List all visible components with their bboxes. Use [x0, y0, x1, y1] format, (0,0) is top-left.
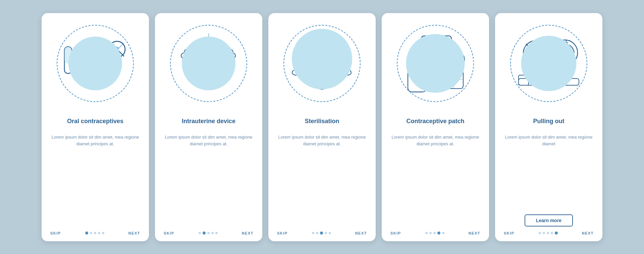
- card-pulling-out: Pulling out Lorem ipsum dolor sit dim am…: [495, 13, 602, 241]
- card-4-dots: [425, 232, 444, 235]
- card-2-next-button[interactable]: NEXT: [242, 231, 254, 235]
- dot-5-5: [555, 232, 558, 235]
- card-3-dots: [312, 232, 331, 235]
- dot-1-3: [94, 232, 96, 234]
- card-intrauterine-device: Intrauterine device Lorem ipsum dolor si…: [155, 13, 262, 241]
- card-4-nav: SKIP NEXT: [389, 231, 482, 235]
- card-3-next-button[interactable]: NEXT: [355, 231, 367, 235]
- card-5-next-button[interactable]: NEXT: [582, 231, 594, 235]
- card-4-title: Contraceptive patch: [406, 113, 464, 130]
- dot-4-3: [433, 232, 436, 234]
- card-2-nav: SKIP NEXT: [162, 231, 255, 235]
- dot-3-2: [316, 232, 318, 234]
- card-4-skip-button[interactable]: SKIP: [390, 231, 401, 235]
- dot-4-4: [437, 232, 440, 235]
- card-1-title: Oral contraceptives: [67, 113, 123, 130]
- card-2-dots: [199, 232, 218, 235]
- learn-more-button[interactable]: Learn more: [525, 214, 573, 226]
- card-1-skip-button[interactable]: SKIP: [50, 231, 61, 235]
- dashed-circle-4: [397, 25, 474, 102]
- card-4-body: Lorem ipsum dolor sit dim amet, mea regi…: [389, 134, 482, 226]
- card-5-title: Pulling out: [533, 113, 565, 130]
- card-3-body: Lorem ipsum dolor sit dim amet, mea regi…: [276, 134, 368, 226]
- card-3-illustration: [278, 20, 366, 107]
- card-1-dots: [85, 232, 104, 235]
- card-5-nav: SKIP NEXT: [502, 231, 595, 235]
- dot-4-1: [425, 232, 428, 234]
- dot-5-3: [547, 232, 549, 234]
- dot-1-5: [102, 232, 104, 234]
- dot-1-1: [85, 232, 88, 235]
- card-1-footer: SKIP NEXT: [49, 229, 142, 235]
- dot-2-1: [199, 232, 201, 234]
- dot-3-4: [325, 232, 327, 234]
- card-2-illustration: [165, 20, 252, 107]
- dot-2-3: [207, 232, 210, 234]
- dot-1-4: [98, 232, 100, 234]
- card-1-illustration: [52, 20, 139, 107]
- dashed-circle-2: [170, 25, 247, 102]
- dot-2-4: [211, 232, 214, 234]
- card-5-dots: [539, 232, 558, 235]
- dot-5-1: [539, 232, 541, 234]
- cards-container: Oral contraceptives Lorem ipsum dolor si…: [32, 3, 612, 251]
- dashed-circle-1: [57, 25, 134, 102]
- card-1-body: Lorem ipsum dolor sit dim amet, mea regi…: [49, 134, 142, 226]
- dot-5-4: [551, 232, 553, 234]
- dashed-circle-3: [283, 25, 361, 102]
- card-sterilisation: Sterilisation Lorem ipsum dolor sit dim …: [268, 13, 376, 241]
- dot-3-3: [320, 232, 323, 235]
- dot-2-5: [215, 232, 218, 234]
- card-4-illustration: [392, 20, 479, 107]
- dot-3-5: [329, 232, 331, 234]
- card-5-footer: Learn more SKIP NEXT: [502, 214, 595, 235]
- dot-4-2: [429, 232, 432, 234]
- card-3-skip-button[interactable]: SKIP: [277, 231, 288, 235]
- card-1-nav: SKIP NEXT: [49, 231, 142, 235]
- dot-4-5: [442, 232, 444, 234]
- card-oral-contraceptives: Oral contraceptives Lorem ipsum dolor si…: [42, 13, 149, 241]
- card-5-illustration: [505, 20, 592, 107]
- card-2-footer: SKIP NEXT: [162, 229, 255, 235]
- dot-1-2: [90, 232, 92, 234]
- dot-3-1: [312, 232, 314, 234]
- card-5-body: Lorem ipsum dolor sit dim amet, mea regi…: [502, 134, 595, 211]
- card-3-footer: SKIP NEXT: [276, 229, 368, 235]
- dot-5-2: [543, 232, 545, 234]
- card-1-next-button[interactable]: NEXT: [128, 231, 140, 235]
- dot-2-2: [203, 232, 206, 235]
- card-2-skip-button[interactable]: SKIP: [164, 231, 174, 235]
- card-contraceptive-patch: Contraceptive patch Lorem ipsum dolor si…: [382, 13, 489, 241]
- card-4-next-button[interactable]: NEXT: [469, 231, 480, 235]
- card-2-body: Lorem ipsum dolor sit dim amet, mea regi…: [162, 134, 255, 226]
- card-3-nav: SKIP NEXT: [276, 231, 368, 235]
- card-2-title: Intrauterine device: [182, 113, 235, 130]
- card-4-footer: SKIP NEXT: [389, 229, 482, 235]
- dashed-circle-5: [510, 25, 587, 102]
- card-5-skip-button[interactable]: SKIP: [504, 231, 515, 235]
- card-3-title: Sterilisation: [305, 113, 339, 130]
